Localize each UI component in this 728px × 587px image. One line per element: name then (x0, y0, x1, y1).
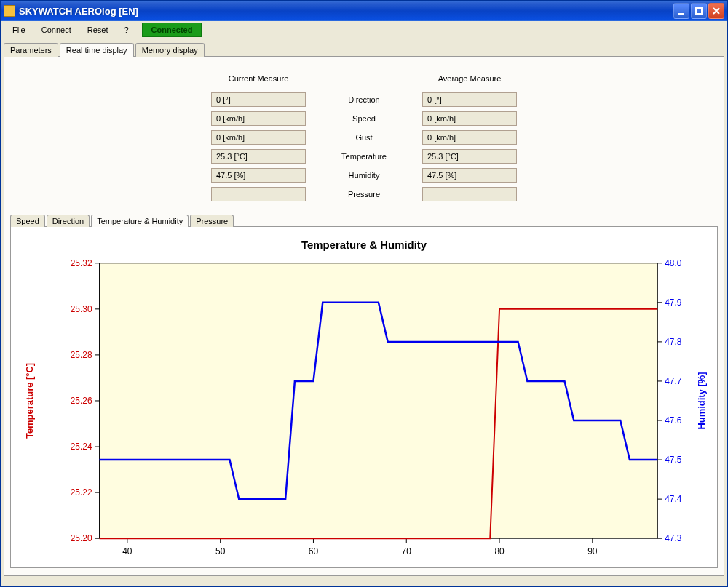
subtab-direction[interactable]: Direction (47, 215, 90, 227)
label-gust: Gust (313, 128, 415, 147)
minimize-icon (677, 7, 686, 15)
current-column: Current Measure 0 [°] 0 [km/h] 0 [km/h] … (204, 71, 313, 204)
average-speed-field: 0 [km/h] (422, 111, 517, 126)
label-direction: Direction (313, 90, 415, 109)
window-buttons (673, 3, 724, 19)
labels-column: Direction Speed Gust Temperature Humidit… (313, 71, 415, 204)
tab-memory[interactable]: Memory display (135, 43, 205, 57)
chart-svg: Temperature & Humidity Temperature [°C] … (11, 227, 717, 567)
client-area: Parameters Real time display Memory disp… (1, 39, 727, 579)
svg-text:25.32: 25.32 (71, 258, 92, 268)
svg-text:47.8: 47.8 (665, 337, 682, 347)
svg-text:25.30: 25.30 (71, 304, 92, 314)
menu-file[interactable]: File (5, 23, 33, 36)
menu-help[interactable]: ? (116, 23, 135, 36)
menu-reset[interactable]: Reset (80, 23, 116, 36)
svg-text:47.5: 47.5 (665, 455, 682, 465)
svg-text:25.24: 25.24 (71, 442, 92, 452)
subtab-speed[interactable]: Speed (10, 215, 45, 227)
average-column: Average Measure 0 [°] 0 [km/h] 0 [km/h] … (415, 71, 524, 204)
maximize-icon (695, 7, 703, 15)
label-temperature: Temperature (313, 147, 415, 166)
menu-connect[interactable]: Connect (34, 23, 79, 36)
ylabel-right: Humidity [%] (696, 372, 707, 429)
svg-text:47.7: 47.7 (665, 376, 682, 386)
average-pressure-field (422, 187, 517, 201)
svg-text:47.9: 47.9 (665, 298, 682, 308)
svg-text:25.26: 25.26 (71, 396, 92, 406)
subtab-pressure[interactable]: Pressure (190, 215, 234, 227)
svg-text:25.20: 25.20 (71, 533, 92, 543)
average-direction-field: 0 [°] (422, 92, 517, 107)
main-tabs: Parameters Real time display Memory disp… (4, 43, 724, 57)
current-header: Current Measure (204, 71, 313, 90)
realtime-panel: Current Measure 0 [°] 0 [km/h] 0 [km/h] … (4, 56, 724, 576)
average-gust-field: 0 [km/h] (422, 130, 517, 145)
svg-text:60: 60 (309, 546, 319, 556)
svg-text:47.6: 47.6 (665, 415, 682, 426)
svg-text:47.3: 47.3 (665, 533, 682, 543)
svg-text:90: 90 (587, 546, 598, 556)
svg-text:48.0: 48.0 (665, 258, 682, 268)
svg-text:80: 80 (494, 546, 505, 556)
maximize-button[interactable] (691, 3, 707, 19)
title-bar: SKYWATCH AEROlog [EN] (1, 1, 727, 21)
close-button[interactable] (708, 3, 724, 19)
label-humidity: Humidity (313, 166, 415, 185)
current-gust-field: 0 [km/h] (211, 130, 306, 145)
svg-text:25.22: 25.22 (71, 487, 92, 498)
svg-text:40: 40 (122, 546, 132, 556)
average-temperature-field: 25.3 [°C] (422, 149, 517, 164)
current-temperature-field: 25.3 [°C] (211, 149, 306, 164)
svg-text:70: 70 (402, 546, 412, 556)
window-title: SKYWATCH AEROlog [EN] (19, 6, 673, 17)
svg-text:50: 50 (215, 546, 226, 556)
measure-section: Current Measure 0 [°] 0 [km/h] 0 [km/h] … (10, 64, 718, 214)
current-direction-field: 0 [°] (211, 92, 306, 107)
menu-bar: File Connect Reset ? Connected (1, 21, 727, 39)
chart-tabs: Speed Direction Temperature & Humidity P… (10, 215, 718, 227)
close-icon (712, 7, 721, 15)
average-humidity-field: 47.5 [%] (422, 168, 517, 183)
average-header: Average Measure (415, 71, 524, 90)
app-icon (4, 5, 15, 17)
current-speed-field: 0 [km/h] (211, 111, 306, 126)
svg-rect-1 (696, 8, 702, 14)
svg-text:47.4: 47.4 (665, 494, 682, 504)
current-humidity-field: 47.5 [%] (211, 168, 306, 183)
svg-rect-0 (678, 13, 684, 15)
connection-status: Connected (142, 23, 202, 37)
current-pressure-field (211, 187, 306, 201)
tab-realtime[interactable]: Real time display (60, 43, 134, 57)
chart-panel: Temperature & Humidity Temperature [°C] … (10, 226, 718, 568)
ylabel-left: Temperature [°C] (24, 363, 35, 439)
label-speed: Speed (313, 109, 415, 128)
minimize-button[interactable] (673, 3, 689, 19)
chart-title: Temperature & Humidity (301, 239, 427, 251)
tab-parameters[interactable]: Parameters (4, 43, 58, 57)
label-pressure: Pressure (313, 185, 415, 204)
svg-text:25.28: 25.28 (71, 350, 92, 360)
subtab-temphum[interactable]: Temperature & Humidity (91, 215, 189, 227)
